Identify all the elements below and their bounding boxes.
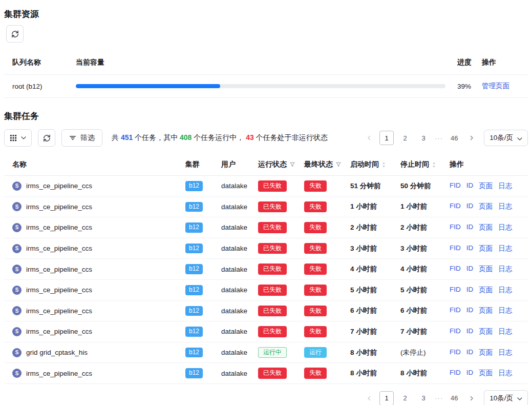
pagination-next-icon[interactable] — [465, 132, 478, 144]
action-link-fid[interactable]: FID — [450, 223, 461, 232]
cluster-tasks-title: 集群任务 — [4, 110, 528, 122]
pagination-page-2[interactable]: 2 — [398, 131, 412, 145]
resources-refresh-button[interactable] — [6, 25, 24, 43]
start-time-sort-icon[interactable] — [381, 161, 386, 168]
action-link-日志[interactable]: 日志 — [498, 369, 512, 378]
action-link-页面[interactable]: 页面 — [479, 202, 493, 211]
action-link-id[interactable]: ID — [466, 202, 474, 211]
filter-button[interactable]: 筛选 — [61, 129, 102, 147]
cluster-tasks-section: 集群任务 — [4, 110, 528, 405]
action-link-fid[interactable]: FID — [450, 327, 461, 336]
start-time: 6 小时前 — [350, 306, 400, 315]
row-actions: FIDID页面日志 — [450, 265, 528, 274]
col-progress: 进度 — [457, 58, 482, 67]
cluster-tag: b12 — [185, 348, 203, 358]
action-link-页面[interactable]: 页面 — [479, 306, 493, 315]
stop-time: 4 小时前 — [400, 265, 450, 274]
final-status-badge: 失败 — [304, 243, 327, 254]
action-link-页面[interactable]: 页面 — [479, 348, 493, 357]
page-size-label: 10条/页 — [490, 394, 513, 403]
pagination-prev-icon[interactable] — [363, 132, 375, 144]
col-cluster: 集群 — [185, 160, 221, 169]
page-size-select[interactable]: 10条/页 — [484, 130, 528, 146]
table-row: S irms_ce_pipeline_ccs b12 datalake 已失败 … — [4, 363, 528, 384]
row-actions: FIDID页面日志 — [450, 348, 528, 357]
action-link-fid[interactable]: FID — [450, 286, 461, 295]
chevron-down-icon — [21, 136, 26, 139]
action-link-日志[interactable]: 日志 — [498, 306, 512, 315]
action-link-日志[interactable]: 日志 — [498, 244, 512, 253]
tasks-summary: 共 451 个任务，其中 408 个任务运行中， 43 个任务处于非运行状态 — [112, 133, 328, 143]
action-link-id[interactable]: ID — [466, 348, 474, 357]
cluster-tag: b12 — [185, 202, 203, 212]
run-status-filter-icon[interactable] — [289, 161, 295, 168]
action-link-fid[interactable]: FID — [450, 369, 461, 378]
action-link-日志[interactable]: 日志 — [498, 327, 512, 336]
run-status-badge: 已失败 — [258, 243, 287, 254]
pagination-bottom: 123···4610条/页 — [363, 390, 528, 405]
task-avatar: S — [12, 244, 22, 253]
action-link-页面[interactable]: 页面 — [479, 244, 493, 253]
start-time: 7 小时前 — [350, 327, 400, 336]
pagination-prev-icon[interactable] — [363, 392, 375, 404]
action-link-页面[interactable]: 页面 — [479, 223, 493, 232]
action-link-页面[interactable]: 页面 — [479, 265, 493, 274]
action-link-页面[interactable]: 页面 — [479, 286, 493, 295]
final-status-filter-icon[interactable] — [335, 161, 342, 168]
task-user: datalake — [221, 370, 258, 377]
pagination-page-1[interactable]: 1 — [379, 131, 394, 145]
stop-time-sort-icon[interactable] — [432, 161, 436, 168]
final-status-badge: 失败 — [304, 180, 327, 192]
cluster-tag: b12 — [185, 181, 203, 191]
action-link-fid[interactable]: FID — [450, 244, 461, 253]
action-link-id[interactable]: ID — [466, 327, 474, 336]
action-link-id[interactable]: ID — [466, 181, 474, 191]
run-status-badge: 运行中 — [258, 347, 287, 358]
refresh-icon — [11, 30, 19, 38]
action-link-日志[interactable]: 日志 — [498, 223, 512, 232]
cluster-tag: b12 — [185, 306, 203, 316]
table-row: S grid grid_cptask_his b12 datalake 运行中 … — [4, 342, 528, 363]
action-link-id[interactable]: ID — [466, 244, 474, 253]
start-time: 5 小时前 — [350, 286, 400, 295]
pagination-next-icon[interactable] — [465, 392, 478, 404]
tasks-refresh-button[interactable] — [38, 129, 55, 147]
action-link-日志[interactable]: 日志 — [498, 181, 512, 191]
page-size-select[interactable]: 10条/页 — [484, 390, 528, 405]
action-link-fid[interactable]: FID — [450, 348, 461, 357]
action-link-日志[interactable]: 日志 — [498, 202, 512, 211]
action-link-日志[interactable]: 日志 — [498, 265, 512, 274]
action-link-页面[interactable]: 页面 — [479, 369, 493, 378]
pagination-page-3[interactable]: 3 — [416, 391, 431, 405]
pagination-page-1[interactable]: 1 — [379, 391, 394, 405]
stop-time: 7 小时前 — [400, 327, 450, 336]
pagination-ellipsis: ··· — [435, 394, 443, 402]
action-link-id[interactable]: ID — [466, 369, 474, 378]
pagination-page-3[interactable]: 3 — [416, 131, 431, 145]
grid-view-dropdown-button[interactable] — [4, 129, 32, 147]
task-avatar: S — [12, 286, 22, 295]
pagination-page-46[interactable]: 46 — [447, 131, 461, 145]
action-link-id[interactable]: ID — [466, 223, 474, 232]
action-link-页面[interactable]: 页面 — [479, 327, 493, 336]
action-link-页面[interactable]: 页面 — [479, 181, 493, 191]
bottom-pagination-bar: 123···4610条/页 — [4, 390, 528, 405]
action-link-日志[interactable]: 日志 — [498, 286, 512, 295]
action-link-id[interactable]: ID — [466, 286, 474, 295]
action-link-fid[interactable]: FID — [450, 306, 461, 315]
action-link-id[interactable]: ID — [466, 265, 474, 274]
action-link-fid[interactable]: FID — [450, 265, 461, 274]
manage-page-link[interactable]: 管理页面 — [482, 82, 509, 90]
col-task-actions: 操作 — [450, 160, 528, 169]
grid-icon — [10, 134, 17, 141]
pagination-page-46[interactable]: 46 — [447, 391, 461, 405]
run-status-badge: 已失败 — [258, 285, 287, 296]
action-link-日志[interactable]: 日志 — [498, 348, 512, 357]
action-link-id[interactable]: ID — [466, 306, 474, 315]
pagination-page-2[interactable]: 2 — [398, 391, 412, 405]
final-status-badge: 失败 — [304, 201, 327, 213]
stop-time: 8 小时前 — [400, 369, 450, 378]
action-link-fid[interactable]: FID — [450, 181, 461, 191]
action-link-fid[interactable]: FID — [450, 202, 461, 211]
task-user: datalake — [221, 203, 258, 211]
